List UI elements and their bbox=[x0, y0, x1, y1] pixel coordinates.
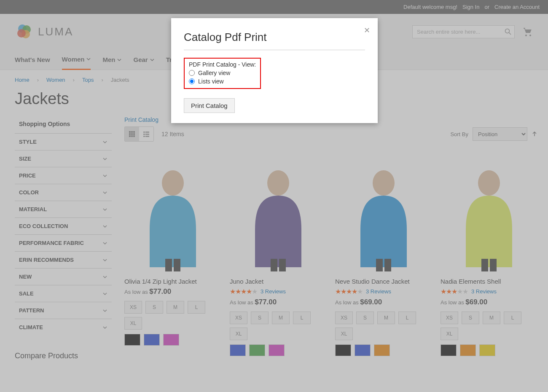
modal-title: Catalog Pdf Print bbox=[184, 31, 365, 50]
radio-gallery-view[interactable]: Gallery view bbox=[189, 70, 256, 76]
radio-lists-view[interactable]: Lists view bbox=[189, 78, 256, 85]
print-catalog-button[interactable]: Print Catalog bbox=[184, 98, 235, 113]
print-catalog-modal: ✕ Catalog Pdf Print PDF Print Catalog - … bbox=[171, 18, 378, 123]
view-group-label: PDF Print Catalog - View: bbox=[189, 61, 256, 68]
close-icon[interactable]: ✕ bbox=[364, 26, 370, 35]
view-options-group: PDF Print Catalog - View: Gallery view L… bbox=[184, 58, 261, 89]
